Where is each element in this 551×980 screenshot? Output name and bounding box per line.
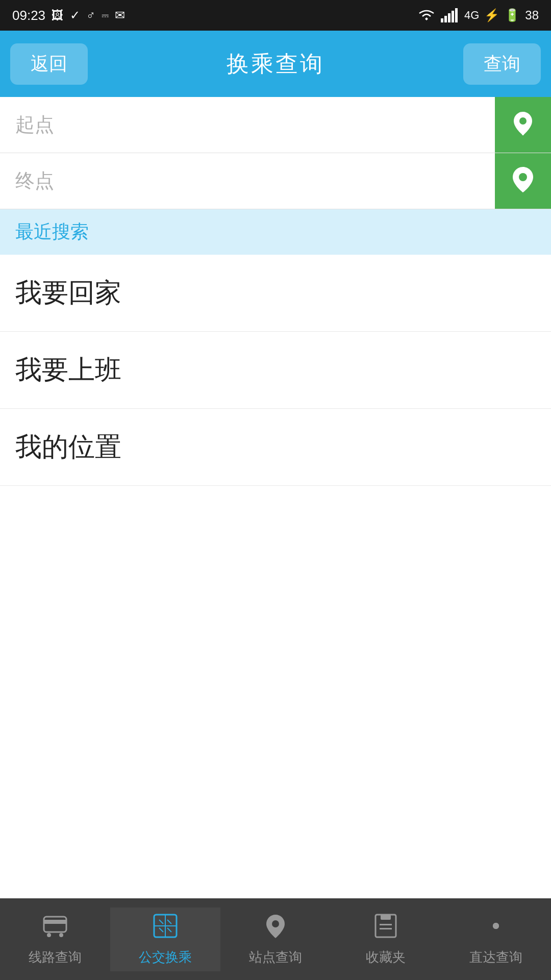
svg-rect-3 (452, 11, 454, 22)
end-location-button[interactable] (495, 153, 551, 209)
tab-label-favorites: 收藏夹 (366, 948, 406, 966)
svg-point-9 (47, 933, 51, 937)
wifi-icon (417, 8, 436, 22)
status-right: 4G ⚡ 🔋 38 (417, 8, 539, 22)
email-icon: ✉ (115, 8, 125, 22)
end-input[interactable] (0, 153, 495, 209)
recent-item[interactable]: 我的位置 (0, 409, 551, 486)
battery-level: 38 (525, 8, 539, 22)
tab-item-route[interactable]: 线路查询 (0, 908, 110, 971)
tab-icon-route (42, 913, 68, 943)
status-bar: 09:23 🖼 ✓ ♂ ⎓ ✉ 4G ⚡ 🔋 38 (0, 0, 551, 31)
start-input[interactable] (0, 97, 495, 153)
svg-point-14 (272, 920, 279, 927)
usb-icon: ⎓ (102, 8, 109, 22)
recent-list: 我要回家我要上班我的位置 (0, 255, 551, 486)
status-time: 09:23 (12, 8, 45, 23)
tab-label-route: 线路查询 (29, 948, 82, 966)
charging-icon: ⚡ (484, 8, 499, 22)
recent-search-label: 最近搜索 (15, 221, 89, 242)
svg-rect-4 (455, 8, 458, 22)
svg-rect-1 (444, 16, 447, 22)
query-button[interactable]: 查询 (463, 43, 541, 85)
back-button[interactable]: 返回 (10, 43, 88, 85)
svg-point-10 (59, 933, 63, 937)
start-row (0, 97, 551, 153)
tab-item-transfer[interactable]: 公交换乘 (110, 908, 220, 971)
tab-label-transfer: 公交换乘 (139, 948, 192, 966)
start-location-icon (509, 109, 537, 141)
recent-search-header: 最近搜索 (0, 209, 551, 255)
page-title: 换乘查询 (227, 49, 324, 79)
svg-rect-0 (441, 18, 443, 22)
tab-item-direct[interactable]: 直达查询 (441, 908, 551, 971)
end-row (0, 153, 551, 209)
tab-icon-favorites (372, 913, 399, 943)
status-left: 09:23 🖼 ✓ ♂ ⎓ ✉ (12, 8, 125, 23)
tab-label-stop: 站点查询 (249, 948, 302, 966)
check-icon: ✓ (70, 8, 80, 22)
svg-rect-8 (44, 920, 66, 924)
recent-item[interactable]: 我要回家 (0, 255, 551, 332)
svg-rect-2 (448, 13, 450, 22)
tab-label-direct: 直达查询 (469, 948, 522, 966)
start-location-button[interactable] (495, 97, 551, 153)
person-icon: ♂ (86, 8, 95, 22)
tab-item-stop[interactable]: 站点查询 (220, 908, 331, 971)
signal-icon (441, 8, 459, 22)
svg-point-21 (493, 923, 499, 929)
photo-icon: 🖼 (52, 8, 64, 22)
tab-icon-stop (262, 913, 289, 943)
battery-icon: 🔋 (505, 8, 520, 22)
tab-icon-transfer (152, 913, 179, 943)
tab-icon-direct (483, 913, 509, 943)
svg-point-6 (519, 173, 527, 181)
svg-rect-7 (44, 917, 66, 932)
recent-item[interactable]: 我要上班 (0, 332, 551, 409)
tab-bar: 线路查询 公交换乘 站点查询 收藏夹 直达查询 (0, 898, 551, 980)
network-type: 4G (464, 9, 479, 22)
svg-rect-17 (380, 924, 392, 925)
search-section (0, 97, 551, 209)
header: 返回 换乘查询 查询 (0, 31, 551, 97)
svg-point-5 (519, 117, 527, 125)
svg-rect-18 (380, 928, 392, 929)
end-location-icon (509, 165, 537, 198)
tab-item-favorites[interactable]: 收藏夹 (331, 908, 441, 971)
svg-rect-16 (381, 915, 391, 920)
